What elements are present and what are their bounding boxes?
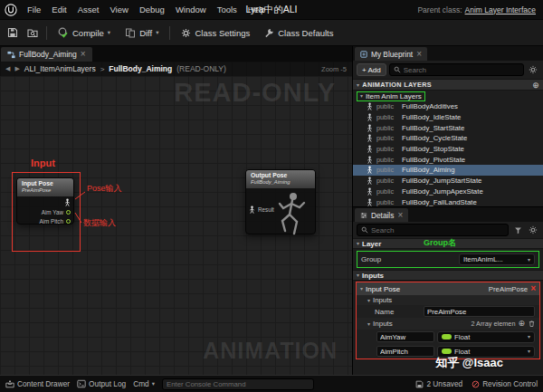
layer-row-jumpapexstate[interactable]: public FullBody_JumpApexState	[353, 186, 543, 197]
parent-class-link[interactable]: Anim Layer Interface	[465, 5, 536, 14]
close-icon[interactable]: ×	[397, 211, 403, 220]
console-command-input[interactable]	[167, 380, 310, 388]
annotation-data-input: 数据输入	[83, 217, 116, 229]
element-name-field[interactable]	[376, 346, 434, 357]
search-input[interactable]	[371, 226, 504, 234]
layer-row-pivotstate[interactable]: public FullBody_PivotState	[353, 154, 543, 165]
layer-row-cyclestate[interactable]: public FullBody_CycleState	[353, 133, 543, 144]
menu-item-tools[interactable]: Tools	[212, 0, 243, 20]
layer-row-jumpstartstate[interactable]: public FullBody_JumpStartState	[353, 176, 543, 186]
menu-item-asset[interactable]: Asset	[72, 0, 105, 20]
compile-button[interactable]: Compile ▾	[52, 24, 117, 43]
unreal-logo[interactable]	[0, 0, 22, 19]
menu-item-view[interactable]: View	[104, 0, 133, 20]
diff-label: Diff	[139, 28, 152, 38]
settings-button[interactable]	[527, 63, 539, 76]
output-pose-node[interactable]: Output Pose FullBody_Aiming Result	[245, 169, 316, 234]
group-property-label: Group	[361, 255, 381, 263]
inputs-array-row[interactable]: ▾ Inputs 2 Array elemen ⊕	[357, 318, 539, 330]
graph-canvas[interactable]: READ-ONLY ANIMATION ◀ ▶ ALI_ItemAnimLaye…	[0, 62, 352, 375]
diff-button[interactable]: Diff ▾	[119, 24, 165, 43]
float-type-icon	[442, 334, 452, 339]
layer-row-aiming-selected[interactable]: public FullBody_Aiming	[353, 165, 543, 176]
layer-visibility: public	[376, 187, 398, 196]
compile-label: Compile	[72, 28, 104, 38]
element-type-dropdown[interactable]: Float ▾	[437, 331, 535, 343]
my-blueprint-search[interactable]	[389, 63, 524, 76]
funnel-icon	[514, 226, 522, 234]
cmd-dropdown[interactable]: Cmd ▾	[133, 379, 155, 388]
tab-my-blueprint[interactable]: My Blueprint ×	[355, 47, 427, 61]
element-name-field[interactable]	[376, 331, 434, 342]
layer-visibility: public	[376, 134, 398, 142]
name-field[interactable]	[424, 306, 535, 317]
console-command-box[interactable]	[162, 378, 314, 390]
menu-item-edit[interactable]: Edit	[46, 0, 71, 20]
search-input[interactable]	[404, 66, 519, 74]
layer-visibility: public	[376, 156, 398, 164]
breadcrumb-root[interactable]: ALI_ItemAnimLayers	[24, 64, 96, 73]
input-pose-node-title: Input Pose	[22, 180, 69, 187]
close-icon[interactable]: ×	[81, 50, 86, 59]
item-anim-layers-group-row[interactable]: ▾ Item Anim Layers	[353, 91, 543, 101]
layer-row-stopstate[interactable]: public FullBody_StopState	[353, 144, 543, 155]
trash-icon[interactable]	[528, 320, 536, 328]
chevron-down-icon: ▾	[357, 82, 359, 88]
layer-name: FullBody_JumpStartState	[402, 177, 481, 185]
menu-item-file[interactable]: File	[22, 0, 46, 20]
animation-layers-section-header[interactable]: ▾ ANIMATION LAYERS ⊕	[353, 79, 543, 91]
annotation-box-inputs: ▾ Input Pose PreAimPose × ▾ Inputs Name …	[356, 282, 540, 359]
search-icon	[361, 226, 368, 234]
back-icon[interactable]: ◀	[5, 65, 10, 72]
browse-button[interactable]	[24, 24, 42, 42]
remove-input-pose-button[interactable]: ×	[530, 284, 536, 293]
layer-row-startstate[interactable]: public FullBody_StartState	[353, 122, 543, 133]
inputs-subsection-row[interactable]: ▾ Inputs	[357, 295, 539, 305]
float-pin-icon[interactable]	[66, 210, 71, 215]
add-array-element-button[interactable]: ⊕	[518, 320, 525, 328]
parent-class-label: Parent class:	[417, 5, 462, 14]
pose-pin-icon[interactable]	[64, 198, 71, 206]
output-log-button[interactable]: Output Log	[77, 379, 126, 388]
layer-row-fullbodyadditives[interactable]: public FullBodyAdditives	[353, 101, 543, 112]
revision-control-label: Revision Control	[482, 379, 538, 388]
inputs-category-header[interactable]: ▾ Inputs	[353, 270, 543, 281]
output-pose-node-subtitle: FullBody_Aiming	[251, 179, 310, 186]
class-defaults-button[interactable]: Class Defaults	[258, 24, 339, 43]
chevron-down-icon[interactable]: ▾	[360, 93, 363, 99]
unsaved-status[interactable]: 2 Unsaved	[415, 379, 462, 388]
float-pin-icon[interactable]	[66, 219, 71, 224]
character-preview	[276, 191, 307, 236]
details-search[interactable]	[357, 224, 509, 236]
chevron-down-icon[interactable]: ▾	[156, 30, 158, 36]
input-pose-node[interactable]: Input Pose PreAimPose Aim Yaw Aim Pitch	[16, 177, 74, 225]
filter-button[interactable]	[511, 224, 524, 236]
add-button[interactable]: + Add	[357, 63, 386, 76]
forward-icon[interactable]: ▶	[14, 65, 19, 72]
breadcrumb-current[interactable]: FullBody_Aiming	[109, 64, 172, 73]
chevron-down-icon[interactable]: ▾	[108, 30, 110, 36]
input-pose-property-row[interactable]: ▾ Input Pose PreAimPose ×	[357, 282, 539, 295]
pose-pin-icon[interactable]	[249, 206, 255, 214]
tab-details[interactable]: Details ×	[355, 208, 408, 222]
compile-icon	[58, 27, 69, 38]
content-drawer-button[interactable]: Content Drawer	[5, 379, 70, 388]
tab-fullbody-aiming[interactable]: FullBody_Aiming ×	[1, 47, 92, 62]
pin-label-aim-yaw: Aim Yaw	[42, 209, 63, 215]
close-icon[interactable]: ×	[416, 50, 422, 59]
group-dropdown[interactable]: ItemAnimL... ▾	[459, 253, 535, 265]
class-settings-button[interactable]: Class Settings	[175, 24, 256, 43]
item-anim-layers-annotation-box: ▾ Item Anim Layers	[357, 91, 425, 101]
add-layer-icon[interactable]: ⊕	[532, 81, 539, 90]
chevron-down-icon: ▾	[152, 381, 155, 387]
layer-row-falllandstate[interactable]: public FullBody_FallLandState	[353, 196, 543, 206]
save-button[interactable]	[4, 24, 22, 42]
menu-item-debug[interactable]: Debug	[134, 0, 170, 20]
gear-icon	[529, 225, 538, 234]
revision-control-button[interactable]: Revision Control	[472, 379, 538, 388]
details-icon	[360, 212, 367, 219]
layer-row-idlestate[interactable]: public FullBody_IdleState	[353, 112, 543, 123]
output-log-icon	[77, 379, 86, 388]
details-settings-button[interactable]	[527, 224, 539, 236]
menu-item-window[interactable]: Window	[170, 0, 212, 20]
